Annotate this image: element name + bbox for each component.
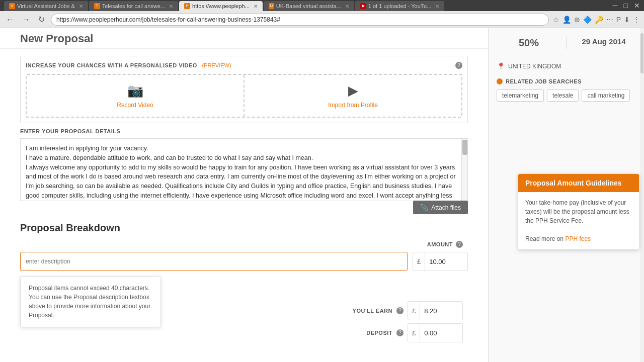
proposal-tooltip-text: Proposal items cannot exceed 40 characte… <box>29 285 150 319</box>
browser-tab-2[interactable]: T Telesales for call answe... ✕ <box>89 1 178 11</box>
increase-chances-title: INCREASE YOUR CHANCES WITH A PERSONALISE… <box>26 62 197 68</box>
tab3-close[interactable]: ✕ <box>254 4 258 9</box>
deposit-label: DEPOSIT <box>366 330 392 336</box>
location-icon: 📍 <box>497 62 505 70</box>
amount-label-row: AMOUNT ? <box>20 241 468 248</box>
tag-telemarketing[interactable]: telemarketing <box>497 89 544 102</box>
tab3-label: https://www.peopleph... <box>192 3 250 9</box>
play-icon: ▶ <box>348 83 358 99</box>
sidebar-scrollbar-thumb <box>640 33 643 73</box>
pinterest-icon[interactable]: P <box>616 16 621 24</box>
guidelines-popup-body: Your take-home pay (inclusive of your ta… <box>518 192 639 249</box>
extensions-icon[interactable]: ⋯ <box>606 16 613 24</box>
amount-currency-input: £ <box>413 252 468 271</box>
earn-value-input[interactable] <box>420 307 488 315</box>
pph-fees-link[interactable]: PPH fees <box>565 235 591 242</box>
increase-chances-header: INCREASE YOUR CHANCES WITH A PERSONALISE… <box>26 61 462 69</box>
proposal-breakdown-title: Proposal Breakdown <box>20 222 468 234</box>
browser-tab-4[interactable]: U UK-Based virtual assista... ✕ <box>264 1 354 11</box>
tab4-label: UK-Based virtual assista... <box>276 3 341 9</box>
tab1-favicon: V <box>9 3 15 9</box>
bookmark-icon[interactable]: ☆ <box>553 16 559 24</box>
attach-files-label: Attach files <box>431 204 461 211</box>
right-sidebar-scrollbar[interactable] <box>640 28 644 362</box>
main-layout: New Proposal INCREASE YOUR CHANCES WITH … <box>0 28 644 362</box>
url-text: https://www.peopleperhour.com/job/telesa… <box>56 16 280 23</box>
guidelines-popup: Proposal Amount Guidelines Your take-hom… <box>518 174 639 249</box>
increase-chances-section: INCREASE YOUR CHANCES WITH A PERSONALISE… <box>20 56 468 123</box>
extension-icon[interactable]: ⊕ <box>574 16 580 24</box>
back-button[interactable]: ← <box>4 14 16 25</box>
deposit-help-icon[interactable]: ? <box>396 329 404 336</box>
record-video-label: Record Video <box>117 102 153 109</box>
related-searches-label: RELATED JOB SEARCHES <box>497 78 636 84</box>
lastpass-icon[interactable]: 🔑 <box>595 16 603 24</box>
page-title: New Proposal <box>0 28 488 49</box>
browser-tabs: V Virtual Assistant Jobs & ✕ T Telesales… <box>4 0 613 11</box>
amount-help-icon[interactable]: ? <box>456 241 463 248</box>
amount-label: AMOUNT <box>427 241 453 247</box>
youll-earn-label: YOU'LL EARN <box>353 308 392 314</box>
stat-percent-value: 50% <box>497 37 561 49</box>
proposal-breakdown-section: Proposal Breakdown AMOUNT ? £ Proposal i… <box>20 222 468 342</box>
close-button[interactable]: ✕ <box>634 2 640 10</box>
description-input[interactable] <box>20 252 408 271</box>
currency-symbol: £ <box>413 252 425 270</box>
tab5-label: 1 of 1 uploaded - YouTu... <box>368 3 432 9</box>
download-icon[interactable]: ⬇ <box>624 16 630 24</box>
tab4-close[interactable]: ✕ <box>345 4 349 9</box>
address-bar-row: ← → ↻ https://www.peopleperhour.com/job/… <box>0 11 644 28</box>
tag-group: telemarketing telesale call marketing <box>497 89 636 102</box>
browser-chrome: V Virtual Assistant Jobs & ✕ T Telesales… <box>0 0 644 11</box>
profile-icon[interactable]: 👤 <box>562 16 571 24</box>
record-video-option[interactable]: 📷 Record Video <box>27 75 245 117</box>
earn-currency-symbol: £ <box>408 302 420 320</box>
earn-help-icon[interactable]: ? <box>396 307 404 314</box>
proposal-tooltip: Proposal items cannot exceed 40 characte… <box>20 276 161 327</box>
reload-button[interactable]: ↻ <box>36 14 47 25</box>
office-icon[interactable]: 🔷 <box>583 16 592 24</box>
amount-value-input[interactable] <box>425 258 488 265</box>
tab2-favicon: T <box>94 3 100 9</box>
preview-link[interactable]: (PREVIEW) <box>202 62 231 68</box>
textarea-scrollbar[interactable] <box>461 139 467 201</box>
tab1-close[interactable]: ✕ <box>79 4 83 9</box>
proposal-textarea[interactable]: I am interested in applying for your vac… <box>21 139 467 199</box>
video-options: 📷 Record Video ▶ Import from Profile <box>26 74 462 118</box>
attach-files-button[interactable]: 📎 Attach files <box>413 201 468 214</box>
increase-chances-title-row: INCREASE YOUR CHANCES WITH A PERSONALISE… <box>26 61 231 69</box>
read-more-text: Read more on <box>525 235 564 242</box>
stat-divider <box>566 37 567 49</box>
browser-tab-1[interactable]: V Virtual Assistant Jobs & ✕ <box>4 1 88 11</box>
tag-telesale[interactable]: telesale <box>547 89 579 102</box>
attach-files-row: 📎 Attach files <box>20 201 468 214</box>
menu-icon[interactable]: ⋮ <box>633 16 640 24</box>
forward-button[interactable]: → <box>20 14 32 25</box>
related-searches-section: RELATED JOB SEARCHES telemarketing teles… <box>489 75 644 105</box>
browser-tab-3[interactable]: P https://www.peopleph... ✕ <box>179 1 263 11</box>
increase-chances-help-icon[interactable]: ? <box>455 62 462 69</box>
tab5-close[interactable]: ✕ <box>435 4 439 9</box>
minimize-button[interactable]: ─ <box>613 2 618 10</box>
proposal-details-label: ENTER YOUR PROPOSAL DETAILS <box>20 128 468 134</box>
tab2-close[interactable]: ✕ <box>169 4 173 9</box>
proposal-details-section: ENTER YOUR PROPOSAL DETAILS I am interes… <box>20 128 468 214</box>
tab1-label: Virtual Assistant Jobs & <box>17 3 75 9</box>
deposit-value-input[interactable] <box>420 329 488 337</box>
location-row: 📍 UNITED KINGDOM <box>489 60 644 75</box>
guidelines-body-text: Your take-home pay (inclusive of your ta… <box>525 199 629 224</box>
import-profile-option[interactable]: ▶ Import from Profile <box>245 75 461 117</box>
guidelines-popup-title: Proposal Amount Guidelines <box>518 174 639 192</box>
browser-action-icons: ☆ 👤 ⊕ 🔷 🔑 ⋯ P ⬇ ⋮ <box>553 16 640 24</box>
content-area: New Proposal INCREASE YOUR CHANCES WITH … <box>0 28 488 362</box>
tag-call-marketing[interactable]: call marketing <box>582 89 630 102</box>
related-dot-icon <box>497 78 503 84</box>
related-searches-title: RELATED JOB SEARCHES <box>506 78 582 84</box>
desc-amount-row: £ Proposal items cannot exceed 40 charac… <box>20 252 468 271</box>
deposit-currency-input: £ <box>408 323 463 342</box>
address-bar[interactable]: https://www.peopleperhour.com/job/telesa… <box>51 14 549 26</box>
maximize-button[interactable]: □ <box>624 2 628 10</box>
earn-currency-input: £ <box>408 301 463 320</box>
browser-tab-5[interactable]: ▶ 1 of 1 uploaded - YouTu... ✕ <box>355 1 445 11</box>
right-sidebar: 50% 29 Aug 2014 📍 UNITED KINGDOM RELATED… <box>488 28 644 362</box>
